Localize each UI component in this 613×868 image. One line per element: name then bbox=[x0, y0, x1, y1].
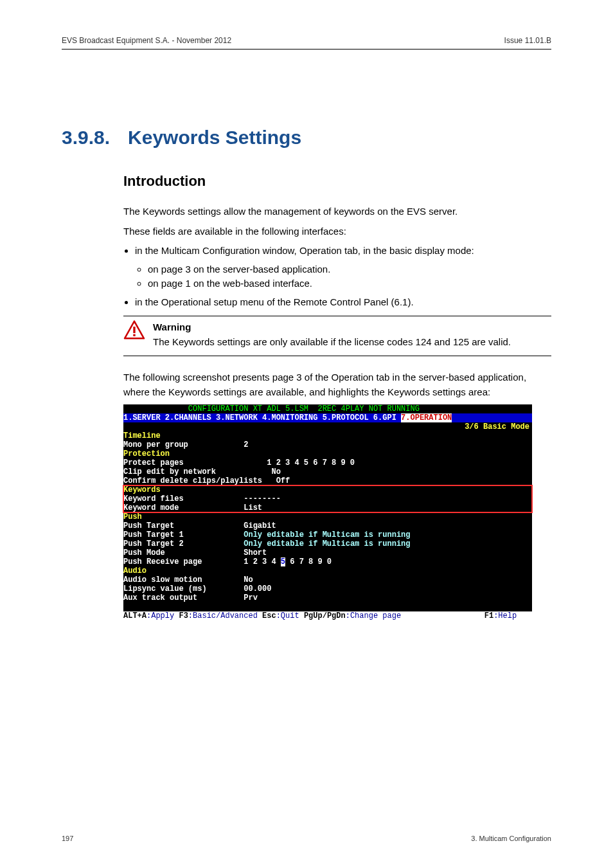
footer-page-number: 197 bbox=[62, 835, 73, 842]
intro-li1b: on page 1 on the web-based interface. bbox=[148, 276, 551, 291]
header-left: EVS Broadcast Equipment S.A. - November … bbox=[62, 36, 231, 45]
svg-rect-1 bbox=[133, 334, 135, 336]
row-push: Push bbox=[123, 512, 142, 521]
warning-title: Warning bbox=[153, 320, 511, 335]
content: Introduction The Keywords settings allow… bbox=[123, 170, 551, 620]
intro-p1: The Keywords settings allow the manageme… bbox=[123, 204, 551, 219]
term-mode: 3/6 Basic Mode bbox=[123, 422, 532, 431]
row-confirm: Confirm delete clips/playlists Off bbox=[123, 476, 290, 485]
term-title: CONFIGURATION XT ADL 5.LSM 2REC 4PLAY NO… bbox=[123, 404, 470, 413]
row-keywords: Keywords bbox=[123, 485, 161, 494]
row-pmode: Push Mode Short bbox=[123, 548, 267, 557]
warning-icon bbox=[123, 320, 145, 349]
header-right: Issue 11.01.B bbox=[504, 36, 551, 45]
row-kfiles: Keyword files -------- bbox=[123, 494, 281, 503]
keywords-highlight: Keywords Keyword files -------- Keyword … bbox=[123, 485, 532, 512]
row-protect: Protect pages 1 2 3 4 5 6 7 8 9 0 bbox=[123, 458, 355, 467]
term-tab-operation: 7.OPERATION bbox=[401, 413, 452, 422]
term-tabs: 1.SERVER 2.CHANNELS 3.NETWORK 4.MONITORI… bbox=[123, 413, 532, 422]
page-footer: 197 3. Multicam Configuration bbox=[62, 835, 551, 842]
intro-heading: Introduction bbox=[123, 170, 551, 192]
pre-screenshot-text: The following screenshot presents page 3… bbox=[123, 370, 551, 399]
section-heading: 3.9.8. Keywords Settings bbox=[62, 88, 551, 149]
intro-li1: in the Multicam Configuration window, Op… bbox=[135, 244, 551, 258]
intro-li1a: on page 3 on the server-based applicatio… bbox=[148, 262, 551, 277]
row-audio: Audio bbox=[123, 566, 147, 575]
row-aux: Aux track output Prv bbox=[123, 593, 258, 602]
page-header: EVS Broadcast Equipment S.A. - November … bbox=[62, 36, 551, 50]
term-statusbar: ALT+A:Apply F3:Basic/Advanced Esc:Quit P… bbox=[123, 611, 532, 620]
section-title: Keywords Settings bbox=[128, 127, 301, 149]
row-timeline: Timeline bbox=[123, 431, 161, 440]
row-pt2: Push Target 2 Only editable if Multicam … bbox=[123, 539, 411, 548]
intro-p2: These fields are available in the follow… bbox=[123, 224, 551, 239]
row-prcv: Push Receive page 1 2 3 4 5 6 7 8 9 0 bbox=[123, 557, 332, 566]
section-number: 3.9.8. bbox=[62, 127, 110, 149]
row-pt1: Push Target 1 Only editable if Multicam … bbox=[123, 530, 411, 539]
footer-section: 3. Multicam Configuration bbox=[471, 835, 551, 842]
row-mono: Mono per group 2 bbox=[123, 440, 248, 449]
warning-box: Warning The Keywords settings are only a… bbox=[123, 316, 551, 356]
row-aslow: Audio slow motion No bbox=[123, 575, 253, 584]
row-protection: Protection bbox=[123, 449, 170, 458]
svg-rect-0 bbox=[133, 327, 135, 333]
row-kmode: Keyword mode List bbox=[123, 503, 262, 512]
page: EVS Broadcast Equipment S.A. - November … bbox=[0, 0, 613, 868]
intro-li2: in the Operational setup menu of the Rem… bbox=[135, 295, 551, 310]
terminal-screenshot: CONFIGURATION XT ADL 5.LSM 2REC 4PLAY NO… bbox=[123, 404, 532, 620]
row-ptarget: Push Target Gigabit bbox=[123, 521, 276, 530]
row-clipedit: Clip edit by network No bbox=[123, 467, 281, 476]
warning-text: The Keywords settings are only available… bbox=[153, 336, 511, 347]
row-lip: Lipsync value (ms) 00.000 bbox=[123, 584, 271, 593]
